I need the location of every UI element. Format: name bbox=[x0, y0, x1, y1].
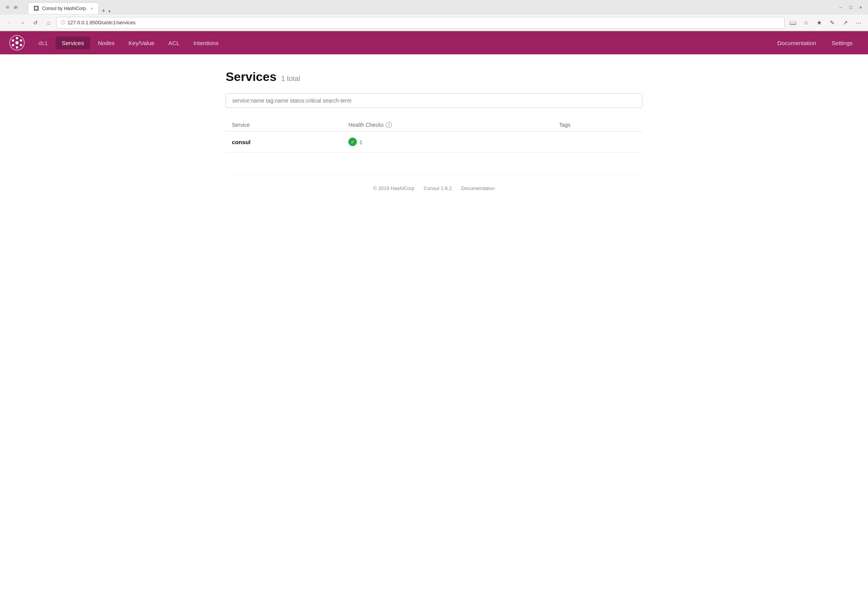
back-button[interactable]: ← bbox=[4, 17, 15, 28]
app-wrapper: dc1 Services Nodes Key/Value ACL Intenti… bbox=[0, 31, 868, 216]
restore-button[interactable]: ☐ bbox=[847, 4, 854, 11]
address-text: 127.0.0.1:8500/ui/dc1/services bbox=[68, 20, 780, 25]
minimize-button[interactable]: ─ bbox=[837, 4, 844, 11]
web-notes-button[interactable]: ✎ bbox=[826, 17, 838, 28]
title-bar: ⧉ 🗗 🔲 Consul by HashiCorp × + ▾ ─ ☐ ✕ bbox=[0, 0, 868, 15]
svg-point-1 bbox=[15, 41, 19, 44]
health-check-passing-icon: ✓ bbox=[348, 138, 357, 146]
svg-point-3 bbox=[20, 39, 22, 42]
address-info-icon: ⓘ bbox=[61, 19, 65, 26]
health-info-icon[interactable]: i bbox=[386, 122, 392, 128]
tab-minimize-button[interactable]: 🗗 bbox=[12, 4, 19, 11]
service-name: consul bbox=[232, 139, 250, 145]
tab-title: Consul by HashiCorp bbox=[42, 6, 86, 11]
services-table: Service Health Checks i Tags bbox=[226, 119, 642, 153]
search-input[interactable] bbox=[226, 93, 642, 108]
table-head: Service Health Checks i Tags bbox=[226, 119, 642, 131]
svg-point-4 bbox=[20, 44, 22, 46]
footer-version[interactable]: Consul 1.6.2 bbox=[424, 185, 452, 191]
browser-chrome: ⧉ 🗗 🔲 Consul by HashiCorp × + ▾ ─ ☐ ✕ ← … bbox=[0, 0, 868, 31]
nav-datacenter[interactable]: dc1 bbox=[32, 37, 54, 49]
window-controls: ⧉ 🗗 bbox=[4, 4, 19, 11]
new-tab-button[interactable]: + bbox=[100, 8, 108, 14]
forward-button[interactable]: → bbox=[17, 17, 28, 28]
th-service: Service bbox=[226, 119, 342, 131]
nav-services[interactable]: Services bbox=[56, 37, 90, 49]
table-row[interactable]: consul ✓ 1 bbox=[226, 131, 642, 153]
tab-bar: 🔲 Consul by HashiCorp × + ▾ bbox=[24, 1, 115, 14]
service-name-cell: consul bbox=[226, 131, 342, 153]
th-tags: Tags bbox=[553, 119, 642, 131]
favorites-button[interactable]: ☆ bbox=[800, 17, 812, 28]
more-button[interactable]: ⋯ bbox=[853, 17, 864, 28]
nav-intentions[interactable]: Intentions bbox=[187, 37, 225, 49]
tab-favicon: 🔲 bbox=[34, 6, 39, 11]
share-button[interactable]: ↗ bbox=[839, 17, 851, 28]
tags-cell bbox=[553, 131, 642, 153]
favorites-bar-button[interactable]: ★ bbox=[813, 17, 825, 28]
reading-view-button[interactable]: 📖 bbox=[787, 17, 799, 28]
active-tab[interactable]: 🔲 Consul by HashiCorp × bbox=[28, 2, 99, 14]
nav-items: dc1 Services Nodes Key/Value ACL Intenti… bbox=[32, 37, 771, 49]
nav-settings[interactable]: Settings bbox=[826, 37, 859, 49]
footer-docs-link[interactable]: Documentation bbox=[461, 185, 495, 191]
svg-point-6 bbox=[12, 44, 14, 46]
tab-dropdown-button[interactable]: ▾ bbox=[108, 9, 111, 14]
page-count: 1 total bbox=[281, 75, 300, 83]
table-header-row: Service Health Checks i Tags bbox=[226, 119, 642, 131]
health-checks-cell: ✓ 1 bbox=[342, 131, 553, 153]
nav-nodes[interactable]: Nodes bbox=[92, 37, 121, 49]
svg-point-7 bbox=[12, 39, 14, 42]
tab-close-button[interactable]: × bbox=[90, 6, 93, 11]
page-title: Services bbox=[226, 70, 277, 84]
close-window-button[interactable]: ✕ bbox=[857, 4, 864, 11]
address-bar-row: ← → ↺ ⌂ ⓘ 127.0.0.1:8500/ui/dc1/services… bbox=[0, 15, 868, 31]
page-header: Services 1 total bbox=[226, 70, 642, 84]
health-check-cell-content: ✓ 1 bbox=[348, 138, 547, 146]
nav-documentation[interactable]: Documentation bbox=[771, 37, 822, 49]
home-button[interactable]: ⌂ bbox=[43, 17, 54, 28]
table-body: consul ✓ 1 bbox=[226, 131, 642, 153]
svg-point-5 bbox=[16, 46, 18, 49]
browser-toolbar: 📖 ☆ ★ ✎ ↗ ⋯ bbox=[787, 17, 864, 28]
address-bar[interactable]: ⓘ 127.0.0.1:8500/ui/dc1/services bbox=[56, 17, 785, 29]
health-count: 1 bbox=[359, 139, 362, 145]
main-content: Services 1 total Service Health Checks i bbox=[203, 54, 665, 216]
footer-copyright: © 2019 HashiCorp bbox=[373, 185, 414, 191]
nav-kv[interactable]: Key/Value bbox=[122, 37, 160, 49]
consul-logo bbox=[9, 35, 25, 50]
svg-point-2 bbox=[16, 37, 18, 39]
tab-snap-button[interactable]: ⧉ bbox=[4, 4, 11, 11]
nav-acl[interactable]: ACL bbox=[162, 37, 186, 49]
nav-right: Documentation Settings bbox=[771, 37, 859, 49]
footer: © 2019 HashiCorp Consul 1.6.2 Documentat… bbox=[226, 176, 642, 200]
main-nav: dc1 Services Nodes Key/Value ACL Intenti… bbox=[0, 31, 868, 54]
refresh-button[interactable]: ↺ bbox=[30, 17, 41, 28]
th-health-checks: Health Checks i bbox=[342, 119, 553, 131]
